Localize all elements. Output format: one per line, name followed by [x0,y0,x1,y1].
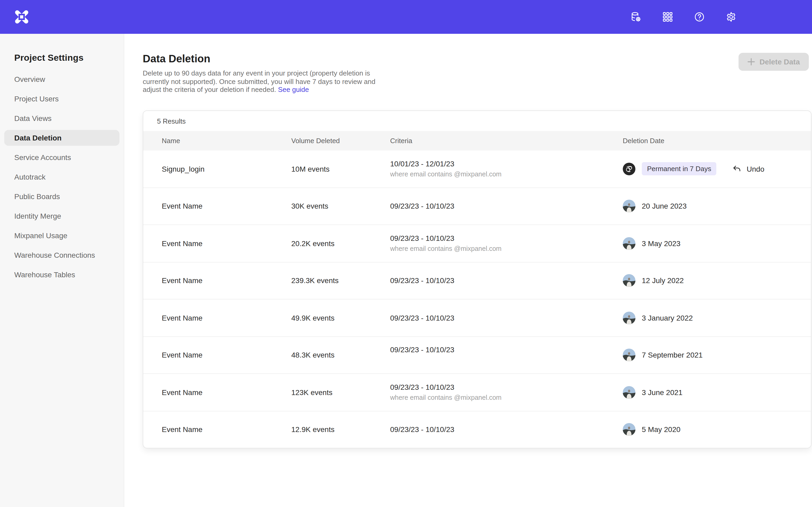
row-event-name: Event Name [162,426,291,434]
sidebar-item-service-accounts[interactable]: Service Accounts [4,150,119,165]
row-event-name: Event Name [162,202,291,211]
row-criteria: 09/23/23 - 10/10/23 [390,426,623,434]
delete-data-button-label: Delete Data [759,58,800,66]
row-event-name: Event Name [162,351,291,359]
row-volume-deleted: 30K events [291,202,390,211]
sidebar-nav-list: OverviewProject UsersData ViewsData Dele… [0,71,124,283]
database-gear-icon[interactable] [630,11,642,23]
sidebar-item-public-boards[interactable]: Public Boards [4,188,119,205]
results-count: 5 Results [143,111,811,131]
criteria-filter-text: where email contains @mixpanel.com [390,171,623,178]
deletion-date-text: 7 September 2021 [642,351,703,359]
user-photo-avatar [623,200,636,213]
sidebar-item-warehouse-connections[interactable]: Warehouse Connections [4,247,119,263]
deletion-date-text: 3 January 2022 [642,314,693,322]
row-deletion-date: 7 September 2021 [623,349,811,361]
row-deletion-date: 12 July 2022 [623,274,811,287]
dark-illustration-avatar [623,163,636,175]
undo-icon [732,164,742,174]
settings-gear-icon[interactable] [725,11,737,23]
table-row: Event Name123K events09/23/23 - 10/10/23… [143,374,811,411]
apps-grid-icon[interactable] [662,11,673,23]
table-row: Event Name48.3K events09/23/23 - 10/10/2… [143,337,811,374]
column-header-name: Name [162,137,291,145]
plus-icon [747,58,755,65]
delete-data-button[interactable]: Delete Data [738,53,809,71]
row-criteria: 09/23/23 - 10/10/23 [390,314,623,322]
logo-shape [20,15,23,18]
column-header-volume: Volume Deleted [291,137,390,145]
user-photo-avatar [623,274,636,287]
row-criteria: 09/23/23 - 10/10/23where email contains … [390,383,623,402]
row-deletion-date: 3 January 2022 [623,312,811,324]
table-row: Event Name49.9K events09/23/23 - 10/10/2… [143,299,811,337]
criteria-date-range: 10/01/23 - 12/01/23 [390,160,623,168]
page-header: Data Deletion Delete up to 90 days data … [143,53,386,94]
deletion-date-text: 20 June 2023 [642,202,687,211]
see-guide-link[interactable]: See guide [278,86,309,94]
user-photo-avatar [623,349,636,361]
row-event-name: Event Name [162,277,291,285]
column-header-criteria: Criteria [390,137,623,145]
sidebar-item-overview[interactable]: Overview [4,71,119,87]
page-description: Delete up to 90 days data for any event … [143,69,386,94]
criteria-filter-text: where email contains @mixpanel.com [390,245,623,253]
row-criteria: 09/23/23 - 10/10/23 [390,346,623,365]
table-body: Signup_login10M events10/01/23 - 12/01/2… [143,151,811,448]
description-line: currently not supported). Once submitted… [143,77,375,85]
sidebar-item-autotrack[interactable]: Autotrack [4,169,119,185]
row-criteria: 10/01/23 - 12/01/23where email contains … [390,160,623,178]
row-volume-deleted: 239.3K events [291,277,390,285]
criteria-date-range: 09/23/23 - 10/10/23 [390,234,623,243]
user-photo-avatar [623,312,636,324]
description-line: adjust the criteria of your deletion if … [143,86,276,94]
undo-label: Undo [747,165,764,173]
row-deletion-date: 5 May 2020 [623,423,811,436]
table-row: Event Name30K events09/23/23 - 10/10/232… [143,188,811,225]
sidebar-item-mixpanel-usage[interactable]: Mixpanel Usage [4,228,119,243]
row-criteria: 09/23/23 - 10/10/23 [390,202,623,211]
deletion-date-text: 3 May 2023 [642,239,680,248]
criteria-date-range: 09/23/23 - 10/10/23 [390,346,623,354]
row-volume-deleted: 48.3K events [291,351,390,359]
sidebar-title: Project Settings [14,53,124,63]
row-deletion-date: Permanent in 7 DaysUndo [623,162,811,176]
app-root: Project Settings OverviewProject UsersDa… [0,0,812,507]
table-row: Signup_login10M events10/01/23 - 12/01/2… [143,151,811,188]
row-criteria: 09/23/23 - 10/10/23where email contains … [390,234,623,253]
user-photo-avatar [623,237,636,250]
user-photo-avatar [623,386,636,399]
top-navbar [0,0,812,34]
row-deletion-date: 3 June 2021 [623,386,811,399]
deletion-date-text: 5 May 2020 [642,426,680,434]
criteria-date-range: 09/23/23 - 10/10/23 [390,314,623,322]
row-event-name: Event Name [162,239,291,248]
row-deletion-date: 20 June 2023 [623,200,811,213]
sidebar-item-identity-merge[interactable]: Identity Merge [4,208,119,224]
row-event-name: Event Name [162,314,291,322]
settings-sidebar: Project Settings OverviewProject UsersDa… [0,34,124,507]
help-icon[interactable] [694,11,705,23]
sidebar-item-data-deletion[interactable]: Data Deletion [4,130,119,146]
sidebar-item-project-users[interactable]: Project Users [4,91,119,107]
row-volume-deleted: 123K events [291,388,390,397]
description-line: Delete up to 90 days data for any event … [143,69,370,77]
criteria-spacer [390,357,623,365]
table-row: Event Name20.2K events09/23/23 - 10/10/2… [143,225,811,262]
main-content: Data Deletion Delete up to 90 days data … [124,34,812,507]
deletion-date-text: 3 June 2021 [642,388,682,397]
table-row: Event Name12.9K events09/23/23 - 10/10/2… [143,411,811,448]
table-row: Event Name239.3K events09/23/23 - 10/10/… [143,262,811,299]
page-title: Data Deletion [143,53,386,65]
criteria-date-range: 09/23/23 - 10/10/23 [390,426,623,434]
row-volume-deleted: 10M events [291,165,390,173]
undo-button[interactable]: Undo [732,164,764,174]
row-volume-deleted: 49.9K events [291,314,390,322]
row-criteria: 09/23/23 - 10/10/23 [390,277,623,285]
sidebar-item-data-views[interactable]: Data Views [4,110,119,126]
user-photo-avatar [623,423,636,436]
sidebar-item-warehouse-tables[interactable]: Warehouse Tables [4,267,119,283]
deletion-date-text: 12 July 2022 [642,277,684,285]
navbar-icons [630,0,737,34]
mixpanel-logo[interactable] [14,9,30,25]
